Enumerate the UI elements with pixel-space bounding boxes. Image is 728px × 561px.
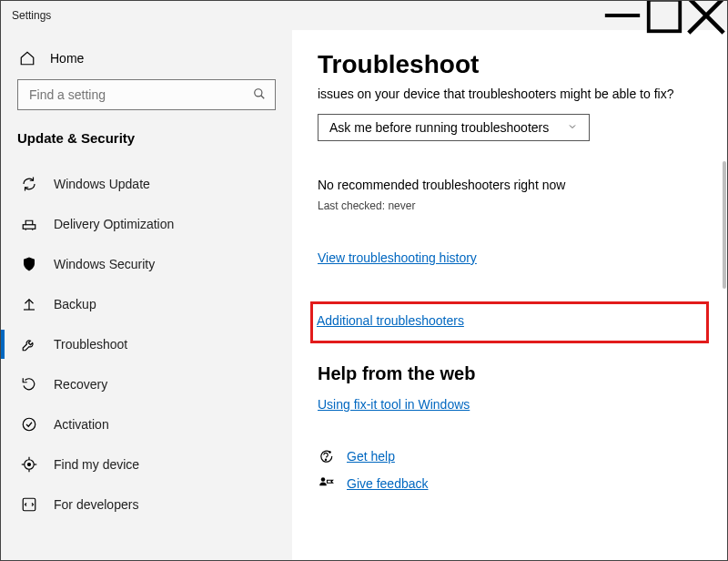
shield-icon (21, 256, 37, 272)
svg-point-21 (321, 477, 326, 482)
svg-line-5 (261, 95, 265, 98)
close-button[interactable] (685, 1, 727, 30)
maximize-button[interactable] (643, 1, 685, 30)
sidebar-item-label: For developers (54, 497, 138, 512)
home-label: Home (50, 51, 84, 66)
refresh-icon (21, 176, 37, 192)
search-input[interactable] (27, 87, 253, 103)
link-fixit-tool[interactable]: Using fix-it tool in Windows (318, 397, 702, 412)
activation-icon (21, 416, 37, 433)
sidebar-item-label: Recovery (54, 377, 107, 392)
last-checked-text: Last checked: never (318, 199, 702, 212)
svg-point-4 (255, 88, 262, 96)
backup-icon (21, 296, 37, 312)
chevron-down-icon (567, 120, 578, 135)
svg-point-20 (325, 459, 326, 460)
wrench-icon (21, 336, 37, 352)
sidebar-item-windows-update[interactable]: Windows Update (1, 164, 292, 204)
sidebar-item-label: Windows Update (54, 177, 150, 191)
home-button[interactable]: Home (1, 41, 292, 76)
search-box[interactable] (17, 79, 276, 110)
sidebar-item-backup[interactable]: Backup (1, 284, 292, 324)
nav-list: Windows Update Delivery Optimization Win… (1, 164, 292, 525)
link-get-help[interactable]: Get help (347, 449, 395, 464)
sidebar-item-windows-security[interactable]: Windows Security (1, 244, 292, 284)
location-icon (21, 456, 37, 473)
search-container (17, 79, 276, 110)
page-title: Troubleshoot (318, 50, 702, 79)
sidebar-item-label: Activation (54, 417, 109, 432)
svg-point-19 (329, 452, 331, 454)
sidebar-item-troubleshoot[interactable]: Troubleshoot (1, 324, 292, 364)
link-give-feedback[interactable]: Give feedback (347, 476, 429, 491)
developers-icon (21, 496, 37, 513)
scrollbar-thumb[interactable] (723, 161, 726, 289)
delivery-icon (21, 216, 37, 232)
sidebar: Home Update & Security Windows Update (1, 30, 292, 561)
sidebar-item-label: Troubleshoot (54, 337, 127, 352)
minimize-button[interactable] (602, 1, 643, 30)
home-icon (19, 50, 35, 66)
content-pane: Troubleshoot issues on your device that … (292, 30, 727, 561)
svg-point-13 (28, 464, 31, 466)
svg-point-11 (23, 418, 35, 431)
search-icon (253, 87, 266, 103)
sidebar-item-recovery[interactable]: Recovery (1, 364, 292, 404)
sidebar-item-label: Delivery Optimization (54, 217, 174, 231)
sidebar-item-label: Windows Security (54, 257, 155, 271)
sidebar-item-label: Find my device (54, 457, 139, 472)
sidebar-item-find-my-device[interactable]: Find my device (1, 444, 292, 484)
link-view-history[interactable]: View troubleshooting history (318, 250, 702, 265)
sidebar-item-activation[interactable]: Activation (1, 404, 292, 444)
highlight-additional-troubleshooters: Additional troubleshooters (310, 301, 709, 343)
sidebar-item-label: Backup (54, 297, 96, 311)
titlebar: Settings (1, 1, 727, 30)
sidebar-item-for-developers[interactable]: For developers (1, 484, 292, 525)
window-title: Settings (12, 9, 51, 22)
help-heading: Help from the web (318, 363, 702, 384)
no-recommended-text: No recommended troubleshooters right now (318, 178, 702, 192)
feedback-icon (318, 475, 334, 492)
recovery-icon (21, 376, 37, 393)
dropdown-value: Ask me before running troubleshooters (329, 120, 549, 135)
get-help-row[interactable]: Get help (318, 448, 702, 464)
run-preference-dropdown[interactable]: Ask me before running troubleshooters (318, 114, 590, 141)
sidebar-item-delivery-optimization[interactable]: Delivery Optimization (1, 204, 292, 244)
give-feedback-row[interactable]: Give feedback (318, 475, 702, 492)
link-additional-troubleshooters[interactable]: Additional troubleshooters (317, 313, 703, 328)
svg-rect-6 (23, 225, 35, 230)
section-title: Update & Security (1, 125, 292, 158)
get-help-icon (318, 448, 334, 464)
svg-rect-1 (649, 0, 681, 31)
page-subtitle: issues on your device that troubleshoote… (318, 87, 702, 101)
